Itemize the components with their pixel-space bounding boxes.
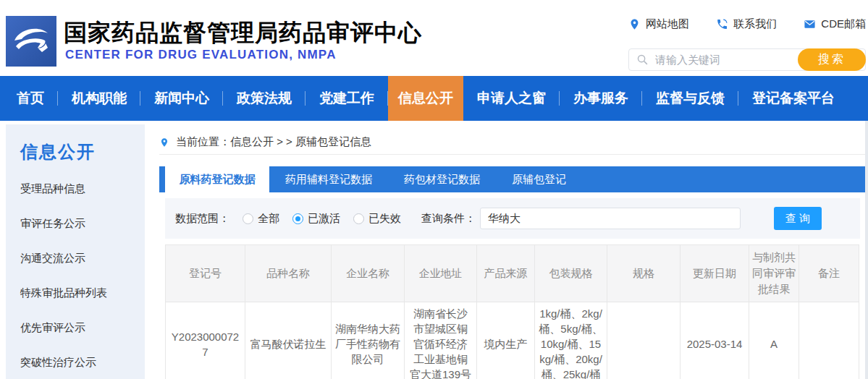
col-product-source: 产品来源 — [477, 245, 535, 302]
nav-item-services[interactable]: 办事服务 — [560, 76, 642, 121]
nav-item-home[interactable]: 首页 — [3, 76, 58, 121]
mail-link[interactable]: CDE邮箱 — [804, 17, 866, 31]
nav-item-registration-platform[interactable]: 登记备案平台 — [738, 76, 848, 121]
nav-item-info-disclosure[interactable]: 信息公开 — [388, 76, 463, 121]
cell-company-name: 湖南华纳大药厂手性药物有限公司 — [332, 302, 405, 379]
filter-bar: 数据范围： 全部 已激活 已失效 查询条件： 查 询 — [165, 198, 860, 239]
radio-all[interactable]: 全部 — [243, 212, 279, 226]
cell-variety-name: 富马酸伏诺拉生 — [245, 302, 332, 379]
query-label: 查询条件： — [421, 212, 476, 226]
sidebar-title: 信息公开 — [6, 124, 145, 163]
tab-raw-aux-pack[interactable]: 原辅包登记 — [496, 166, 582, 192]
contact-link[interactable]: 联系我们 — [716, 17, 777, 31]
breadcrumb-text: 当前位置：信息公开 > > 原辅包登记信息 — [176, 135, 371, 149]
sidebar-item-special-approval[interactable]: 特殊审批品种列表 — [6, 276, 145, 310]
radio-icon[interactable] — [243, 213, 253, 224]
query-input[interactable] — [480, 208, 741, 229]
sidebar-item-communication[interactable]: 沟通交流公示 — [6, 241, 145, 276]
nav-item-news[interactable]: 新闻中心 — [140, 76, 223, 121]
sidebar-item-priority-review[interactable]: 优先审评公示 — [6, 310, 145, 345]
col-joint-review-result: 与制剂共同审评审批结果 — [749, 245, 799, 302]
location-pin-icon — [628, 18, 641, 30]
nav-item-functions[interactable]: 机构职能 — [58, 76, 140, 121]
site-subtitle: CENTER FOR DRUG EVALUATION, NMPA — [65, 48, 337, 62]
main-nav: 首页 机构职能 新闻中心 政策法规 党建工作 信息公开 申请人之窗 办事服务 监… — [0, 76, 868, 121]
contact-label: 联系我们 — [733, 17, 777, 31]
cell-update-date: 2025-03-14 — [681, 302, 749, 379]
radio-checked-icon[interactable] — [292, 213, 303, 224]
header-links: 网站地图 联系我们 CDE邮箱 — [628, 17, 866, 31]
radio-expired-label: 已失效 — [368, 212, 401, 226]
col-registration-no: 登记号 — [166, 245, 245, 302]
sidebar-list: 受理品种信息 审评任务公示 沟通交流公示 特殊审批品种列表 优先审评公示 突破性… — [6, 171, 145, 379]
radio-activated[interactable]: 已激活 — [292, 212, 340, 226]
search-bar: 搜索 — [628, 48, 866, 71]
cde-logo — [6, 16, 56, 67]
sidebar-item-review-tasks[interactable]: 审评任务公示 — [6, 206, 145, 241]
location-pin-icon — [159, 136, 169, 149]
radio-all-label: 全部 — [258, 212, 279, 226]
search-button[interactable]: 搜索 — [798, 48, 866, 71]
tab-api-registration[interactable]: 原料药登记数据 — [165, 166, 269, 192]
cell-company-address: 湖南省长沙市望城区铜官循环经济工业基地铜官大道139号 — [405, 302, 477, 379]
tab-excipient-registration[interactable]: 药用辅料登记数据 — [269, 166, 388, 192]
registration-table: 登记号 品种名称 企业名称 企业地址 产品来源 包装规格 规格 更新日期 与制剂… — [165, 244, 859, 379]
sitemap-label: 网站地图 — [646, 17, 689, 31]
col-packaging-spec: 包装规格 — [535, 245, 607, 302]
data-tabs: 原料药登记数据 药用辅料登记数据 药包材登记数据 原辅包登记 — [159, 166, 866, 192]
col-company-name: 企业名称 — [332, 245, 405, 302]
radio-activated-label: 已激活 — [308, 212, 340, 226]
logo-swoosh-icon — [6, 16, 56, 67]
col-variety-name: 品种名称 — [245, 245, 332, 302]
cell-remark — [799, 302, 859, 379]
sidebar-item-breakthrough-therapy[interactable]: 突破性治疗公示 — [6, 345, 145, 379]
cell-registration-no: Y20230000727 — [166, 302, 245, 379]
cell-product-source: 境内生产 — [477, 302, 535, 379]
scrollbar[interactable] — [865, 121, 868, 379]
cell-packaging-spec: 1kg/桶、2kg/桶、5kg/桶、10kg/桶、15kg/桶、20kg/桶、2… — [535, 302, 607, 379]
sitemap-link[interactable]: 网站地图 — [628, 17, 689, 31]
query-button[interactable]: 查 询 — [774, 207, 822, 230]
search-icon — [636, 54, 649, 66]
col-remark: 备注 — [799, 245, 859, 302]
radio-icon[interactable] — [353, 213, 364, 224]
breadcrumb: 当前位置：信息公开 > > 原辅包登记信息 — [159, 130, 866, 155]
sidebar-item-accepted-varieties[interactable]: 受理品种信息 — [6, 171, 145, 206]
nav-item-party[interactable]: 党建工作 — [306, 76, 388, 121]
nav-item-supervision[interactable]: 监督与反馈 — [642, 76, 738, 121]
nav-item-applicant[interactable]: 申请人之窗 — [463, 76, 560, 121]
col-company-address: 企业地址 — [405, 245, 477, 302]
scope-label: 数据范围： — [175, 212, 229, 226]
phone-icon — [716, 18, 728, 30]
table-header-row: 登记号 品种名称 企业名称 企业地址 产品来源 包装规格 规格 更新日期 与制剂… — [166, 245, 859, 302]
mail-label: CDE邮箱 — [821, 17, 866, 31]
site-title: 国家药品监督管理局药品审评中心 — [64, 17, 422, 49]
envelope-icon — [804, 18, 816, 30]
tab-packaging-registration[interactable]: 药包材登记数据 — [388, 166, 496, 192]
col-update-date: 更新日期 — [681, 245, 749, 302]
col-spec: 规格 — [607, 245, 681, 302]
nav-item-policy[interactable]: 政策法规 — [223, 76, 306, 121]
cell-joint-review-result: A — [749, 302, 799, 379]
radio-expired[interactable]: 已失效 — [353, 212, 401, 226]
sidebar: 信息公开 受理品种信息 审评任务公示 沟通交流公示 特殊审批品种列表 优先审评公… — [6, 124, 145, 379]
table-row: Y20230000727 富马酸伏诺拉生 湖南华纳大药厂手性药物有限公司 湖南省… — [166, 302, 859, 379]
cell-spec — [607, 302, 681, 379]
